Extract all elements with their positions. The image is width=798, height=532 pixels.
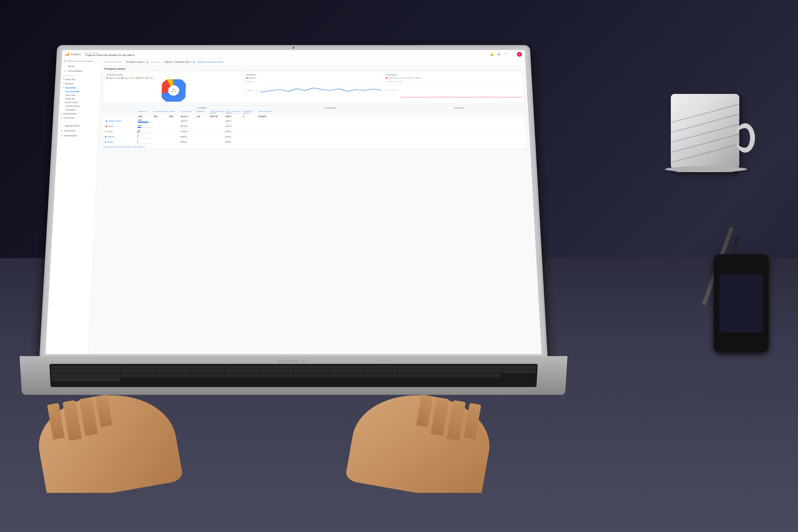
table-footer-link[interactable]: Pour afficher l'ensemble des 5 canaux, v… xyxy=(101,145,527,149)
key[interactable] xyxy=(467,369,501,373)
key[interactable] xyxy=(363,369,397,373)
key[interactable] xyxy=(259,365,293,369)
attribution-label: Attribution BÊTA xyxy=(65,125,80,127)
finger xyxy=(95,395,112,427)
channel-label: Social xyxy=(108,125,113,127)
more-icon[interactable]: ⋮ xyxy=(510,52,515,57)
sidebar-item-campagnes[interactable]: › Campagnes xyxy=(59,108,100,112)
key[interactable] xyxy=(86,365,120,369)
macbook-label: MacBook Air xyxy=(278,359,309,363)
col-valeur[interactable]: Valeur de l'objectif 1 xyxy=(259,111,273,114)
key[interactable] xyxy=(155,369,189,373)
legend-newsletter: Newsletter sign in (Taux de conversion –… xyxy=(386,77,421,79)
key[interactable] xyxy=(398,369,432,373)
key[interactable] xyxy=(328,365,363,369)
table-row: 4 Referral 97 83,65 %0,00 % xyxy=(101,134,526,139)
comportement-label: Comportement xyxy=(63,113,77,115)
table-rows-container: 1 Organic Search 5053 82,87 %0,00 % 2 So… xyxy=(101,118,527,145)
channel-name[interactable]: 2 Social xyxy=(103,125,137,127)
legend-social: Social xyxy=(121,77,128,79)
filters-bar: Dimension principale Principaux canaux ▾… xyxy=(102,58,526,65)
key[interactable] xyxy=(190,365,224,369)
star-icon: ★ xyxy=(63,70,66,72)
sidebar-item-vue-ensemble[interactable]: Vue d'ensemble xyxy=(60,90,100,93)
table-row: 5 (Other) 3 75,00 %0,00 % xyxy=(101,139,527,145)
key[interactable] xyxy=(467,365,501,369)
left-fingers xyxy=(47,395,114,443)
key[interactable] xyxy=(294,365,328,369)
personnalisation-label: Personnalisation xyxy=(68,70,83,72)
channel-name[interactable]: 4 Referral xyxy=(103,136,136,138)
total-realisation: 0 xyxy=(243,116,258,118)
key[interactable] xyxy=(120,365,155,369)
analytics-label: Analytics xyxy=(71,53,81,56)
channel-name[interactable]: 1 Organic Search xyxy=(104,120,137,122)
users-bar-bg xyxy=(137,142,152,144)
expand-icon: ● xyxy=(63,79,64,80)
key[interactable] xyxy=(190,369,224,373)
sidebar-item-google-ads[interactable]: Google Ads xyxy=(59,97,100,101)
svg-text:69,4 %: 69,4 % xyxy=(171,91,176,92)
key[interactable] xyxy=(225,365,259,369)
sidebar-item-search-console[interactable]: Search Console xyxy=(59,100,100,104)
key[interactable] xyxy=(328,369,362,373)
sidebar-item-personnalisation[interactable]: ★ Personnalisation xyxy=(61,69,101,73)
sidebar-item-audience[interactable]: ● Audience xyxy=(60,81,100,86)
col-taux-conv[interactable]: Taux de conversion de l'objectif 1 xyxy=(226,111,242,114)
sidebar-item-comportement[interactable]: ● Comportement xyxy=(59,112,99,116)
key[interactable] xyxy=(294,369,328,373)
key[interactable] xyxy=(86,369,120,373)
key[interactable] xyxy=(225,369,259,373)
col-utilisateurs[interactable]: Utilisateurs ▾ xyxy=(138,111,153,114)
col-nouveaux[interactable]: Nouveaux utilisateurs xyxy=(154,111,169,114)
location-icon: ◎ xyxy=(60,129,63,132)
notification-icon[interactable]: 🔔 xyxy=(489,52,494,57)
key[interactable] xyxy=(502,365,536,369)
total-duree: 00:01:00 xyxy=(210,116,225,118)
key[interactable] xyxy=(363,365,397,369)
key[interactable] xyxy=(398,365,432,369)
taux-rebond-cell: 80,32 % xyxy=(180,125,195,127)
key[interactable] xyxy=(51,365,85,369)
table-row: 3 Direct 556 76,36 %0,00 % xyxy=(102,129,526,134)
key[interactable] xyxy=(501,369,536,373)
key[interactable] xyxy=(432,369,467,373)
col-duree[interactable]: Durée moyenne des sessions xyxy=(210,111,225,114)
objectif-select[interactable]: Objectif 1 : Newsletter sign in xyxy=(163,60,195,64)
col-realisation[interactable]: Réalisation de l'objectif 1 xyxy=(243,111,258,114)
sidebar-item-acquisition[interactable]: ▼ Acquisition xyxy=(60,86,100,90)
modifier-link[interactable]: Modifier le groupe de canaux xyxy=(198,61,224,63)
key[interactable] xyxy=(155,365,189,369)
principaux-canaux-select[interactable]: Principaux canaux ▾ xyxy=(124,60,149,64)
key[interactable] xyxy=(259,369,293,373)
search-input[interactable] xyxy=(68,60,100,62)
sidebar-item-decouverte[interactable]: ◎ Découverte xyxy=(58,128,99,133)
sidebar-item-attribution[interactable]: ↔ Attribution BÊTA xyxy=(58,124,99,128)
sidebar-collapse-button[interactable]: ‹ xyxy=(92,220,96,227)
col-taux-rebond[interactable]: Taux de rebond xyxy=(181,111,196,114)
sidebar-item-tout-trafic[interactable]: Tout le trafic xyxy=(60,93,100,97)
channel-name[interactable]: 3 Direct xyxy=(103,131,137,132)
sidebar-item-temps-reel[interactable]: ● Temps réel xyxy=(61,77,101,81)
social-label: Social xyxy=(123,77,128,79)
sidebar-item-accueil[interactable]: ⌂ Accueil xyxy=(61,64,101,69)
other-dot xyxy=(146,77,147,79)
key[interactable] xyxy=(51,369,86,373)
channel-label: Referral xyxy=(108,136,114,138)
pie-chart-title: Principaux canaux xyxy=(107,74,242,76)
users-cell: 1525 xyxy=(137,125,152,128)
col-sessions[interactable]: Sessions xyxy=(169,111,180,114)
sidebar-item-conversions[interactable]: ◉ Conversions xyxy=(58,116,99,120)
sidebar-item-administration[interactable]: ⚙ Administration xyxy=(58,133,98,138)
col-pages[interactable]: Pages/sessi... xyxy=(196,111,209,114)
svg-text:29%: 29% xyxy=(172,89,175,90)
section-header-comportement: Comportement xyxy=(266,107,395,109)
channel-name[interactable]: 5 (Other) xyxy=(103,141,136,143)
help-icon[interactable]: ? xyxy=(503,52,508,57)
key[interactable] xyxy=(433,365,467,369)
key[interactable] xyxy=(120,369,155,373)
user-avatar[interactable]: A xyxy=(517,52,522,57)
grid-icon[interactable]: ⊞ xyxy=(496,52,501,57)
sidebar-item-reseaux-sociaux[interactable]: › Réseaux sociaux xyxy=(59,104,100,108)
legend-referral: Referral xyxy=(137,77,145,79)
